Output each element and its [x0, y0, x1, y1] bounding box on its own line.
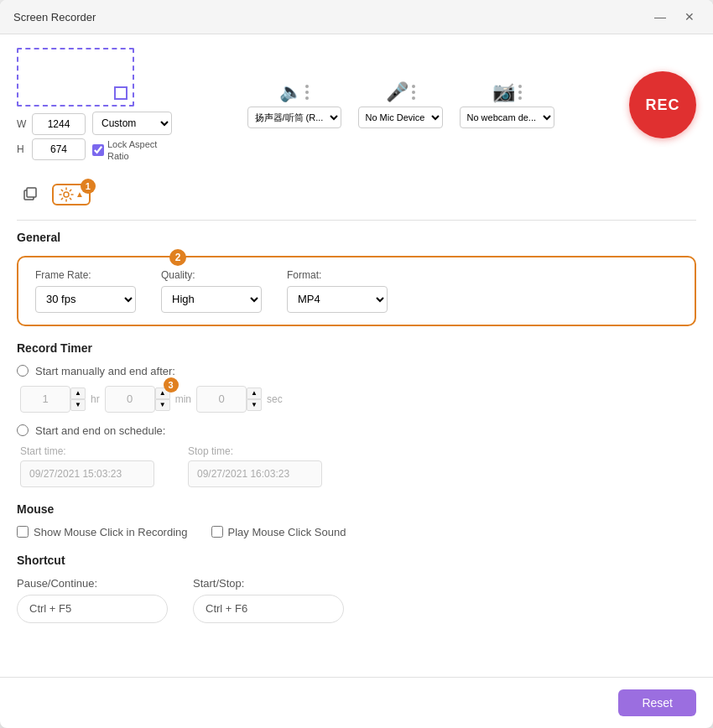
- frame-rate-field: Frame Rate: 30 fps 15 fps 20 fps 24 fps …: [35, 269, 136, 313]
- pause-input[interactable]: [17, 595, 168, 623]
- stop-time-field: Stop time:: [188, 445, 322, 487]
- duplicate-icon: [22, 186, 39, 203]
- sec-unit: sec: [267, 393, 283, 405]
- start-time-label: Start time:: [20, 445, 154, 457]
- schedule-radio[interactable]: [17, 424, 29, 436]
- start-stop-shortcut-field: Start/Stop:: [193, 577, 344, 623]
- height-row: H: [17, 138, 86, 160]
- timer-inputs-row: ▲ ▼ hr ▲ ▼ 3 min: [17, 386, 696, 413]
- width-row: W: [17, 113, 86, 135]
- schedule-option-label: Start and end on schedule:: [35, 424, 165, 437]
- webcam-dots: [518, 85, 522, 100]
- general-settings-row: Frame Rate: 30 fps 15 fps 20 fps 24 fps …: [35, 269, 678, 313]
- quality-field: Quality: High Low Medium: [161, 269, 262, 313]
- frame-rate-label: Frame Rate:: [35, 269, 136, 281]
- minimize-button[interactable]: —: [649, 8, 671, 25]
- speaker-select[interactable]: 扬声器/听筒 (R...: [247, 107, 341, 128]
- webcam-icon-row: 📷: [492, 81, 522, 103]
- format-label: Format:: [287, 269, 388, 281]
- lock-aspect-label: Lock AspectRatio: [107, 138, 157, 163]
- manual-radio[interactable]: [17, 365, 29, 377]
- preset-select[interactable]: Custom Full Screen 1920x1080 1280x720: [92, 112, 172, 135]
- stop-time-input[interactable]: [188, 460, 322, 487]
- shortcut-row: Pause/Continue: Start/Stop:: [17, 577, 696, 623]
- sec-up-button[interactable]: ▲: [247, 387, 262, 399]
- format-field: Format: MP4 MOV AVI GIF: [287, 269, 388, 313]
- frame-rate-select[interactable]: 30 fps 15 fps 20 fps 24 fps 60 fps: [35, 286, 136, 313]
- mouse-checkbox-row: Show Mouse Click in Recording Play Mouse…: [17, 526, 696, 538]
- settings-button[interactable]: ▲ 1: [52, 184, 91, 205]
- preset-dropdown-row: Custom Full Screen 1920x1080 1280x720: [92, 112, 172, 135]
- format-select[interactable]: MP4 MOV AVI GIF: [287, 286, 388, 313]
- quality-label: Quality:: [161, 269, 262, 281]
- hr-down-button[interactable]: ▼: [70, 399, 86, 411]
- webcam-select[interactable]: No webcam de...: [460, 107, 554, 128]
- rec-button[interactable]: REC: [629, 71, 696, 138]
- hr-spinner: ▲ ▼: [70, 387, 86, 411]
- svg-rect-1: [27, 188, 36, 197]
- speaker-icon: 🔈: [279, 81, 302, 103]
- close-button[interactable]: ✕: [679, 8, 700, 25]
- settings-badge: 1: [81, 179, 96, 194]
- hr-input[interactable]: [20, 386, 70, 413]
- play-sound-item: Play Mouse Click Sound: [211, 526, 346, 538]
- divider: [17, 220, 696, 221]
- main-content: W H Custom Full Screen: [0, 34, 713, 677]
- quality-select[interactable]: High Low Medium: [161, 286, 262, 313]
- top-section: W H Custom Full Screen: [17, 48, 696, 163]
- settings-gear-icon: [59, 187, 74, 202]
- record-timer-section: Record Timer Start manually and end afte…: [17, 341, 696, 487]
- stop-time-label: Stop time:: [188, 445, 322, 457]
- start-stop-label: Start/Stop:: [193, 577, 344, 590]
- manual-option-row: Start manually and end after:: [17, 365, 696, 377]
- mic-select[interactable]: No Mic Device: [358, 107, 443, 128]
- schedule-time-row: Start time: Stop time:: [17, 445, 696, 487]
- min-input-group: ▲ ▼ 3: [105, 386, 170, 413]
- min-input[interactable]: [105, 386, 155, 413]
- mic-icon-row: 🎤: [386, 81, 415, 103]
- schedule-option-row: Start and end on schedule:: [17, 424, 696, 437]
- footer: Reset: [0, 677, 713, 728]
- area-selector: W H Custom Full Screen: [17, 48, 172, 163]
- speaker-dots: [305, 85, 309, 100]
- manual-option-label: Start manually and end after:: [35, 365, 175, 377]
- height-input[interactable]: [32, 138, 86, 160]
- start-time-input[interactable]: [20, 460, 154, 487]
- pause-shortcut-field: Pause/Continue:: [17, 577, 168, 623]
- start-time-field: Start time:: [20, 445, 154, 487]
- width-input[interactable]: [32, 113, 86, 135]
- general-badge: 2: [169, 249, 186, 266]
- show-click-item: Show Mouse Click in Recording: [17, 526, 188, 538]
- hr-up-button[interactable]: ▲: [70, 387, 86, 399]
- mic-icon: 🎤: [386, 81, 409, 103]
- mouse-title: Mouse: [17, 502, 696, 516]
- play-sound-label: Play Mouse Click Sound: [228, 526, 346, 538]
- reset-button[interactable]: Reset: [618, 689, 696, 716]
- title-bar: Screen Recorder — ✕: [0, 0, 713, 34]
- duplicate-icon-button[interactable]: [17, 181, 44, 208]
- sec-input[interactable]: [196, 386, 247, 413]
- width-label: W: [17, 118, 29, 130]
- webcam-device: 📷 No webcam de...: [460, 81, 554, 128]
- play-sound-checkbox[interactable]: [211, 526, 223, 538]
- speaker-device: 🔈 扬声器/听筒 (R...: [247, 81, 341, 128]
- media-section: 🔈 扬声器/听筒 (R... 🎤: [185, 81, 616, 128]
- dimension-group: W H: [17, 113, 86, 160]
- speaker-icon-row: 🔈: [279, 81, 309, 103]
- lock-aspect-row: Lock AspectRatio: [92, 138, 172, 163]
- sec-spinner: ▲ ▼: [247, 387, 262, 411]
- shortcut-section: Shortcut Pause/Continue: Start/Stop:: [17, 554, 696, 623]
- hr-unit: hr: [91, 393, 100, 405]
- min-down-button[interactable]: ▼: [155, 399, 170, 411]
- sec-input-group: ▲ ▼: [196, 386, 262, 413]
- sec-down-button[interactable]: ▼: [247, 399, 262, 411]
- start-stop-input[interactable]: [193, 595, 344, 623]
- toolbar-row: ▲ 1: [17, 176, 696, 213]
- show-click-label: Show Mouse Click in Recording: [34, 526, 188, 538]
- show-click-checkbox[interactable]: [17, 526, 29, 538]
- window-title: Screen Recorder: [13, 11, 96, 23]
- shortcut-title: Shortcut: [17, 554, 696, 567]
- timer-badge: 3: [164, 377, 179, 393]
- lock-aspect-checkbox[interactable]: [92, 144, 104, 156]
- webcam-icon: 📷: [492, 81, 515, 103]
